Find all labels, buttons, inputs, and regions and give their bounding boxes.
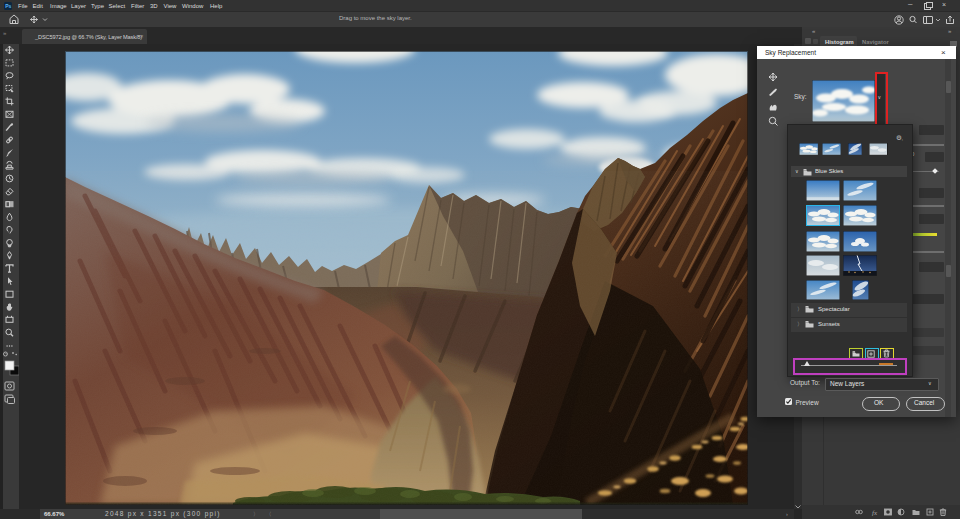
svg-text:fx: fx <box>872 509 878 517</box>
